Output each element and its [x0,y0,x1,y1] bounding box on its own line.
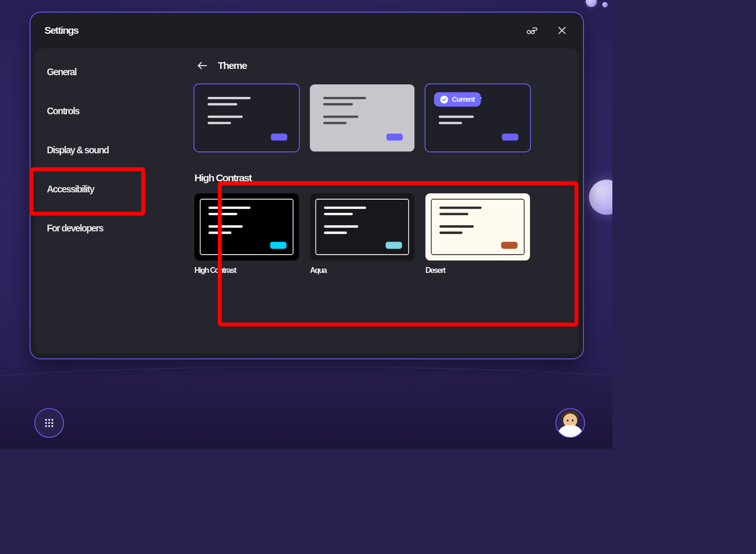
svg-point-0 [527,30,531,34]
theme-accent-swatch [385,242,402,249]
sidebar-item-display-sound[interactable]: Display & sound [43,139,191,161]
theme-preview-lines [323,97,401,106]
sidebar-item-for-developers[interactable]: For developers [43,217,191,239]
theme-accent-swatch [386,134,403,141]
planet-decor-mid [589,180,612,215]
svg-point-9 [48,422,50,424]
settings-window: Settings General Controls Display & soun… [30,12,584,359]
theme-accent-swatch [270,242,287,249]
theme-preview-lines [208,116,286,124]
theme-label: High Contrast [194,266,299,275]
planet-decor-small [602,2,608,7]
arrow-left-icon [197,61,208,70]
theme-preview-lines [209,206,285,215]
window-body: General Controls Display & sound Accessi… [35,48,579,353]
theme-accent-swatch [501,242,517,249]
svg-point-5 [45,419,47,421]
theme-row-standard: Current [191,84,570,151]
svg-point-8 [45,422,47,424]
theme-row-high-contrast: High Contrast Aqua [191,193,570,275]
current-badge-label: Current [452,95,475,104]
planet-decor [586,0,597,7]
theme-card-aqua[interactable] [310,193,414,260]
theme-preview-lines [438,116,517,124]
sidebar-item-general[interactable]: General [43,61,191,82]
sidebar-item-accessibility[interactable]: Accessibility [43,178,191,200]
theme-label: Desert [425,266,530,275]
theme-accent-swatch [271,134,287,141]
theme-preview-lines [439,206,516,215]
close-icon [557,26,567,35]
back-button[interactable] [194,58,210,73]
theme-card-current[interactable]: Current [425,84,530,151]
sidebar: General Controls Display & sound Accessi… [43,53,191,346]
apps-grid-icon [44,418,55,429]
theme-preview-lines [324,206,400,215]
svg-point-10 [52,422,53,424]
svg-point-12 [48,425,50,427]
content-title: Theme [218,60,247,72]
theme-accent-swatch [502,134,518,141]
theme-label: Aqua [310,266,414,275]
theme-preview-lines [209,225,285,234]
theme-preview-lines [439,225,516,234]
high-contrast-title: High Contrast [194,172,570,184]
apps-menu-button[interactable] [34,408,64,438]
theme-preview-lines [324,225,400,234]
theme-card-desert[interactable] [425,193,530,260]
svg-point-6 [48,419,50,421]
horizon-decor [0,363,612,448]
titlebar: Settings [30,13,583,49]
theme-card-light[interactable] [310,84,414,151]
feedback-icon [526,25,539,36]
window-title: Settings [44,25,525,37]
content-panel: Theme [191,53,570,346]
avatar-button[interactable] [556,408,585,438]
sidebar-item-controls[interactable]: Controls [43,100,191,122]
svg-point-7 [52,419,53,421]
close-button[interactable] [555,24,569,38]
svg-point-11 [45,425,47,427]
svg-point-13 [52,425,53,427]
current-badge: Current [434,92,481,107]
content-header: Theme [191,58,570,73]
titlebar-actions [525,24,569,38]
theme-card-high-contrast[interactable] [194,193,299,260]
theme-preview-lines [208,97,286,106]
check-icon [440,95,448,103]
theme-preview-lines [323,116,401,124]
feedback-button[interactable] [525,24,539,38]
theme-card-dark[interactable] [194,84,299,151]
